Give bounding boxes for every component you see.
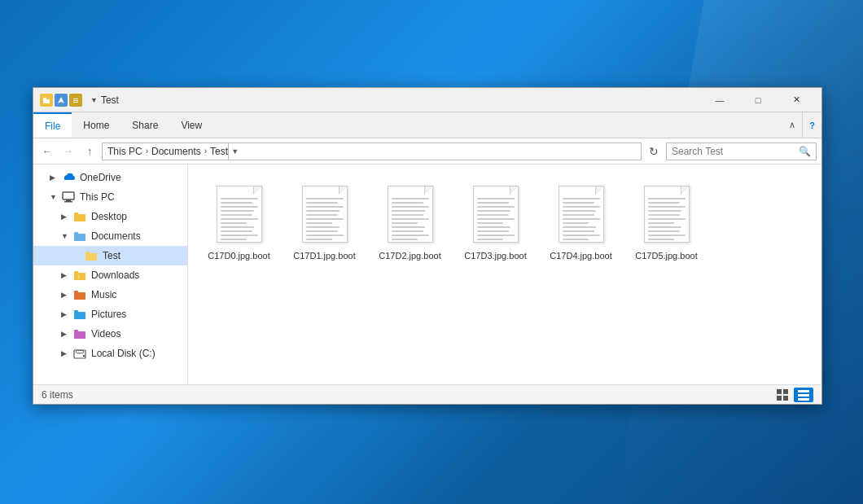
sidebar-item-onedrive[interactable]: ▶ OneDrive [33,168,187,187]
svg-rect-30 [783,396,788,401]
sidebar: ▶ OneDrive ▼ This PC ▶ Desktop [33,164,188,384]
doc-line [392,198,429,199]
doc-line [648,206,686,208]
doc-line [306,222,332,224]
expand-arrow: ▼ [61,232,72,240]
doc-line [648,202,680,204]
document-icon [388,186,433,243]
sidebar-item-local-disk[interactable]: ▶ Local Disk (C:) [33,344,187,363]
pictures-label: Pictures [91,309,126,320]
downloads-folder-icon: ↓ [72,268,87,283]
search-box[interactable]: 🔍 [666,142,817,160]
tab-file[interactable]: File [33,112,72,138]
videos-label: Videos [91,328,120,340]
doc-line [563,214,594,216]
view-buttons [773,388,813,402]
file-item[interactable]: C17D2.jpg.boot [371,177,449,266]
doc-line [392,206,429,208]
onedrive-label: OneDrive [80,172,121,183]
sidebar-item-videos[interactable]: ▶ Videos [33,324,187,344]
close-button[interactable]: ✕ [778,88,815,112]
maximize-button[interactable]: □ [739,88,777,112]
grid-view-button[interactable] [773,388,792,402]
help-button[interactable]: ? [802,112,821,138]
doc-line [648,214,680,216]
nav-back-button[interactable]: ← [38,142,56,160]
file-icon-wrapper [637,182,696,247]
titlebar-folder-icon [40,94,53,107]
refresh-button[interactable]: ↻ [645,142,663,160]
svg-rect-13 [85,253,97,261]
doc-line [392,214,423,216]
doc-line [563,218,600,220]
file-name: C17D4.jpg.boot [550,250,611,261]
tab-share[interactable]: Share [120,112,169,138]
expand-arrow: ▶ [61,349,72,357]
content-area: C17D0.jpg.boot C17D1.jpg.boot [188,164,821,384]
doc-line [392,202,423,204]
list-view-button[interactable] [794,388,813,402]
ribbon-collapse-button[interactable]: ∧ [782,112,802,138]
nav-up-button[interactable]: ↑ [81,142,99,160]
doc-line [392,226,425,228]
sidebar-item-downloads[interactable]: ▶ ↓ Downloads [33,265,187,285]
doc-line [648,226,681,228]
doc-line [392,234,429,236]
file-item[interactable]: C17D0.jpg.boot [200,177,278,266]
svg-rect-7 [66,199,71,201]
videos-folder-icon [72,327,87,341]
sidebar-item-pictures[interactable]: ▶ Pictures [33,305,187,324]
doc-line [306,214,338,216]
file-item[interactable]: C17D3.jpg.boot [457,177,534,266]
search-input[interactable] [672,146,799,157]
doc-line [306,218,344,220]
doc-line [648,218,686,220]
doc-line [563,226,596,228]
path-arrow-2: › [204,147,207,156]
documents-folder-icon [72,229,87,243]
doc-lines [477,198,515,240]
file-name: C17D2.jpg.boot [379,250,440,261]
doc-line [648,230,680,232]
doc-line [648,198,686,199]
path-test[interactable]: Test [210,146,228,157]
test-label: Test [103,250,120,261]
path-this-pc[interactable]: This PC [107,146,142,157]
address-path[interactable]: This PC › Documents › Test ▼ [102,142,642,160]
tab-view[interactable]: View [169,112,213,138]
tab-home[interactable]: Home [72,112,120,138]
desktop-label: Desktop [91,211,127,222]
file-item[interactable]: C17D5.jpg.boot [628,177,705,266]
expand-arrow: ▼ [50,193,61,201]
svg-rect-20 [74,312,85,319]
title-bar-arrow: ▼ [90,96,98,104]
svg-rect-10 [74,213,78,215]
path-documents[interactable]: Documents [151,146,201,157]
sidebar-item-desktop[interactable]: ▶ Desktop [33,207,187,226]
svg-rect-29 [777,396,782,401]
doc-line [563,234,600,236]
doc-line [221,210,254,212]
address-dropdown-button[interactable]: ▼ [228,142,241,160]
nav-forward-button[interactable]: → [59,142,77,160]
expand-arrow: ▶ [50,173,61,182]
svg-rect-27 [777,389,782,394]
sidebar-item-test[interactable]: Test [33,246,187,265]
minimize-button[interactable]: — [701,88,738,112]
document-icon [217,186,262,243]
doc-line [477,218,515,220]
title-bar-icons [40,94,82,107]
svg-rect-5 [73,102,78,103]
doc-line [477,234,515,236]
desktop-folder-icon [72,209,87,224]
file-item[interactable]: C17D4.jpg.boot [542,177,620,266]
test-folder-icon [84,248,99,263]
file-icon-wrapper [381,182,440,247]
doc-line [306,198,344,199]
sidebar-item-this-pc[interactable]: ▼ This PC [33,187,187,207]
file-item[interactable]: C17D1.jpg.boot [286,177,363,266]
sidebar-item-music[interactable]: ▶ Music [33,285,187,305]
this-pc-icon [61,190,76,204]
sidebar-item-documents[interactable]: ▼ Documents [33,226,187,246]
doc-lines [648,198,686,240]
